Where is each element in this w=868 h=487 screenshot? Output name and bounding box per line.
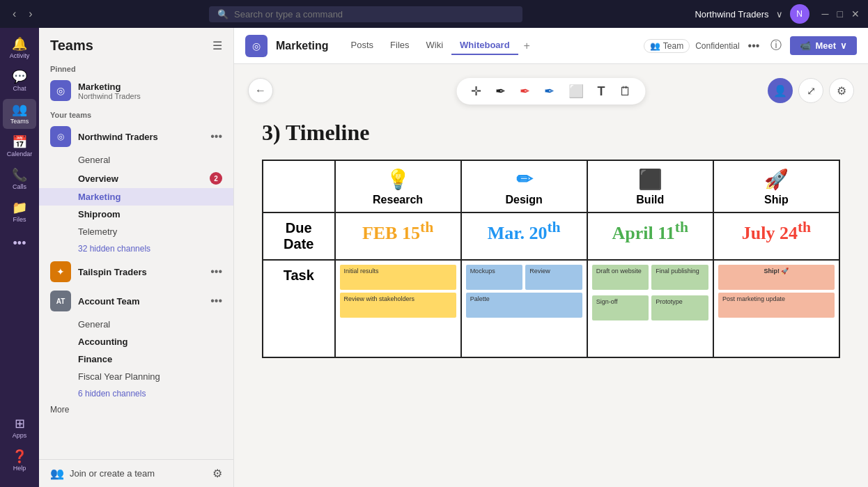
confidential-badge: Confidential — [695, 41, 739, 51]
date-feb: FEB 15th — [339, 219, 458, 244]
search-input-wrap[interactable]: 🔍 — [209, 6, 522, 22]
more-options-button[interactable]: ••• — [745, 37, 763, 55]
channel-accounting[interactable]: Accounting — [39, 333, 233, 350]
rail-item-help[interactable]: ❓ Help — [3, 446, 36, 476]
date-april: April 11th — [591, 219, 710, 244]
task-header: Task — [263, 260, 335, 357]
sticky-draft-website: Draft on website — [592, 265, 649, 290]
task-ship: Ship! 🚀 Post marketing update — [713, 260, 839, 357]
minimize-button[interactable]: ─ — [822, 8, 829, 20]
due-date-research: FEB 15th — [335, 212, 461, 260]
wb-text-tool[interactable]: T — [595, 83, 608, 100]
team-account[interactable]: AT Account Team ••• — [39, 286, 233, 316]
pinned-marketing[interactable]: ◎ Marketing Northwind Traders — [39, 76, 233, 105]
nav-back-button[interactable]: ‹ — [8, 6, 20, 22]
team-badge: 👥 Team — [644, 39, 690, 53]
maximize-button[interactable]: □ — [837, 8, 843, 20]
wb-back-button[interactable]: ← — [248, 78, 273, 103]
join-label: Join or create a team — [70, 468, 155, 479]
rail-item-calendar[interactable]: 📅 Calendar — [3, 132, 36, 162]
tab-whiteboard[interactable]: Whiteboard — [451, 37, 518, 55]
date-july: July 24th — [717, 219, 836, 244]
channel-header-icon: ◎ — [245, 35, 268, 57]
more-button[interactable]: More — [39, 402, 233, 417]
channel-overview[interactable]: Overview 2 — [39, 169, 233, 188]
avatar[interactable]: N — [790, 4, 809, 24]
nav-forward-button[interactable]: › — [24, 6, 36, 22]
northwind-info: Northwind Traders — [78, 132, 203, 142]
close-button[interactable]: ✕ — [851, 8, 860, 20]
wb-pen-tool-blue[interactable]: ✒ — [541, 82, 557, 100]
channel-general-account[interactable]: General — [39, 316, 233, 333]
wb-user-button[interactable]: 👤 — [768, 78, 793, 103]
rail-item-activity[interactable]: 🔔 Activity — [3, 33, 36, 63]
sidebar-scroll: Pinned ◎ Marketing Northwind Traders You… — [39, 59, 233, 459]
wb-settings-button[interactable]: ⚙ — [829, 78, 854, 103]
sticky-signoff: Sign-off — [592, 295, 649, 320]
files-icon: 📁 — [12, 201, 27, 214]
rail-item-files[interactable]: 📁 Files — [3, 197, 36, 227]
channel-tabs: Posts Files Wiki Whiteboard + — [343, 37, 536, 55]
meet-icon: 📹 — [800, 40, 811, 51]
channel-general-northwind[interactable]: General — [39, 151, 233, 169]
rail-item-chat[interactable]: 💬 Chat — [3, 66, 36, 96]
tailspin-more-icon[interactable]: ••• — [210, 265, 222, 278]
team-tailspin[interactable]: ✦ Tailspin Traders ••• — [39, 257, 233, 286]
account-info: Account Team — [78, 296, 203, 307]
titlebar: ‹ › 🔍 Northwind Traders ∨ N ─ □ ✕ — [0, 0, 868, 28]
sticky-post-marketing: Post marketing update — [718, 293, 835, 318]
tab-files[interactable]: Files — [382, 37, 417, 55]
titlebar-right: Northwind Traders ∨ N ─ □ ✕ — [695, 4, 860, 24]
filter-icon[interactable]: ☰ — [212, 39, 222, 52]
sticky-review: Review — [525, 265, 582, 290]
rail-bottom: ⊞ Apps ❓ Help — [3, 413, 36, 481]
meet-chevron: ∨ — [840, 40, 847, 51]
sticky-palette: Palette — [466, 293, 582, 318]
channel-telemetry[interactable]: Telemetry — [39, 223, 233, 240]
apps-icon: ⊞ — [15, 417, 25, 430]
wb-share-button[interactable]: ⤢ — [798, 78, 823, 103]
northwind-hidden-channels[interactable]: 32 hidden channels — [39, 240, 233, 257]
sticky-final-publishing: Final publishing — [651, 265, 708, 290]
northwind-more-icon[interactable]: ••• — [210, 130, 222, 143]
rail-item-teams[interactable]: 👥 Teams — [3, 99, 36, 129]
help-icon: ❓ — [12, 450, 27, 463]
account-more-icon[interactable]: ••• — [210, 295, 222, 307]
sidebar-header: Teams ☰ — [39, 28, 233, 59]
search-input[interactable] — [234, 9, 514, 20]
rail-item-more[interactable]: ••• — [3, 233, 36, 254]
research-icon: 💡 — [386, 168, 410, 191]
account-hidden-channels[interactable]: 6 hidden channels — [39, 385, 233, 402]
due-date-build: April 11th — [587, 212, 713, 260]
sticky-ship: Ship! 🚀 — [718, 265, 835, 290]
design-icon: ✏ — [516, 168, 532, 191]
wb-eraser-tool[interactable]: ⬜ — [566, 82, 587, 100]
tab-posts[interactable]: Posts — [343, 37, 382, 55]
sticky-prototype: Prototype — [651, 295, 708, 320]
wb-sticky-tool[interactable]: 🗒 — [617, 83, 635, 100]
info-button[interactable]: ⓘ — [768, 36, 784, 56]
join-team-button[interactable]: 👥 Join or create a team — [50, 467, 155, 480]
rail-item-apps[interactable]: ⊞ Apps — [3, 413, 36, 443]
wb-pen-tool-black[interactable]: ✒ — [493, 82, 509, 100]
window-controls: ─ □ ✕ — [822, 8, 860, 20]
wb-select-tool[interactable]: ✛ — [468, 82, 484, 100]
channel-finance[interactable]: Finance — [39, 350, 233, 368]
channel-fiscal[interactable]: Fiscal Year Planning — [39, 368, 233, 385]
add-tab-button[interactable]: + — [518, 37, 536, 55]
tab-wiki[interactable]: Wiki — [418, 37, 452, 55]
rail-label-help: Help — [13, 465, 26, 472]
channel-marketing[interactable]: Marketing — [39, 188, 233, 206]
icon-rail: 🔔 Activity 💬 Chat 👥 Teams 📅 Calendar 📞 C… — [0, 28, 39, 487]
tailspin-info: Tailspin Traders — [78, 267, 203, 277]
wb-pen-tool-red[interactable]: ✒ — [517, 82, 533, 100]
settings-icon[interactable]: ⚙ — [212, 467, 222, 480]
channel-shiproom[interactable]: Shiproom — [39, 206, 233, 223]
team-northwind[interactable]: ◎ Northwind Traders ••• — [39, 122, 233, 151]
channel-name-header: Marketing — [276, 40, 329, 52]
meet-button[interactable]: 📹 Meet ∨ — [790, 36, 857, 55]
chat-icon: 💬 — [12, 70, 27, 83]
user-chevron[interactable]: ∨ — [776, 9, 783, 20]
whiteboard-area: ← ✛ ✒ ✒ ✒ ⬜ T 🗒 👤 ⤢ ⚙ 3) Timeline — [234, 64, 868, 487]
rail-item-calls[interactable]: 📞 Calls — [3, 164, 36, 194]
